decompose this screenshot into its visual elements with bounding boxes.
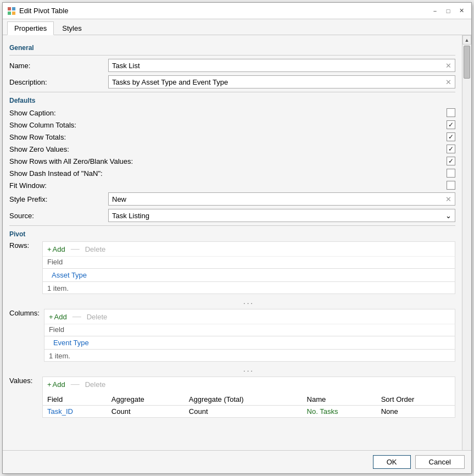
values-row-aggregate-total: Count bbox=[185, 406, 303, 418]
style-prefix-clear-button[interactable]: ✕ bbox=[445, 195, 451, 203]
source-label: Source: bbox=[9, 212, 108, 220]
maximize-button[interactable]: □ bbox=[443, 5, 454, 16]
values-add-label: Add bbox=[53, 380, 65, 389]
name-input-container: ✕ bbox=[108, 59, 455, 72]
style-prefix-input-container: ✕ bbox=[108, 192, 455, 206]
columns-delete-button[interactable]: Delete bbox=[87, 313, 108, 321]
rows-count: 1 item. bbox=[43, 283, 455, 294]
rows-field-item[interactable]: Asset Type bbox=[43, 270, 455, 280]
show-dash-nan-checkbox[interactable] bbox=[447, 169, 455, 178]
source-select-value: Task Listing bbox=[112, 212, 149, 220]
values-toolbar: + Add — Delete bbox=[43, 377, 455, 391]
cancel-button[interactable]: Cancel bbox=[415, 455, 465, 469]
columns-field-item[interactable]: Event Type bbox=[44, 337, 455, 348]
style-prefix-input[interactable] bbox=[112, 195, 445, 203]
defaults-header: Defaults bbox=[9, 97, 455, 104]
rows-panel: + Add — Delete Field Asset Type 1 item. bbox=[42, 241, 455, 294]
name-label: Name: bbox=[9, 62, 108, 70]
values-col-aggregate: Aggregate bbox=[107, 394, 185, 406]
columns-add-button[interactable]: + Add bbox=[49, 313, 67, 321]
tab-properties[interactable]: Properties bbox=[7, 21, 54, 35]
rows-field-header: Field bbox=[43, 256, 455, 267]
columns-panel: + Add — Delete Field Event Type 1 item. bbox=[44, 309, 455, 362]
show-rows-zero-blank-checkbox[interactable] bbox=[447, 157, 455, 165]
show-dash-nan-label: Show Dash Instead of "NaN": bbox=[9, 169, 103, 178]
columns-delete-label: Delete bbox=[87, 313, 108, 321]
svg-rect-1 bbox=[12, 7, 15, 10]
source-row: Source: Task Listing ⌄ bbox=[9, 209, 455, 222]
checkbox-show-rows-zero-blank: Show Rows with All Zero/Blank Values: bbox=[9, 156, 455, 166]
rows-add-button[interactable]: + Add bbox=[47, 245, 65, 253]
show-zero-values-label: Show Zero Values: bbox=[9, 145, 69, 153]
values-col-name: Name bbox=[303, 394, 377, 406]
pivot-header: Pivot bbox=[9, 230, 455, 238]
checkbox-show-zero-values: Show Zero Values: bbox=[9, 144, 455, 154]
app-icon bbox=[7, 7, 16, 15]
values-row-sort-order: None bbox=[377, 406, 455, 418]
name-clear-button[interactable]: ✕ bbox=[445, 62, 451, 70]
values-add-icon: + bbox=[47, 380, 52, 389]
window-controls: − □ ✕ bbox=[430, 5, 467, 16]
name-row: Name: ✕ bbox=[9, 59, 455, 72]
rows-toolbar: + Add — Delete bbox=[43, 242, 455, 256]
values-row-field: Task_ID bbox=[43, 406, 107, 418]
fit-window-label: Fit Window: bbox=[9, 181, 47, 190]
show-row-totals-checkbox[interactable] bbox=[447, 132, 455, 141]
svg-rect-3 bbox=[12, 12, 15, 15]
values-table: Field Aggregate Aggregate (Total) Name S… bbox=[43, 394, 455, 417]
description-clear-button[interactable]: ✕ bbox=[445, 78, 451, 86]
columns-count: 1 item. bbox=[44, 351, 455, 361]
main-content: General Name: ✕ Description: ✕ De bbox=[3, 35, 462, 450]
bottom-area: OK Cancel bbox=[3, 450, 471, 473]
columns-field-header: Field bbox=[44, 324, 455, 335]
columns-add-icon: + bbox=[49, 313, 53, 321]
show-caption-checkbox[interactable] bbox=[447, 108, 455, 117]
show-caption-label: Show Caption: bbox=[9, 109, 56, 117]
show-row-totals-label: Show Row Totals: bbox=[9, 133, 66, 141]
style-prefix-label: Style Prefix: bbox=[9, 195, 108, 203]
checkbox-show-row-totals: Show Row Totals: bbox=[9, 132, 455, 142]
rows-toolbar-separator: — bbox=[71, 244, 80, 254]
style-prefix-row: Style Prefix: ✕ bbox=[9, 192, 455, 206]
table-row[interactable]: Task_ID Count Count No. Tasks None bbox=[43, 406, 455, 418]
minimize-button[interactable]: − bbox=[430, 5, 440, 16]
name-input[interactable] bbox=[112, 62, 445, 70]
ok-button[interactable]: OK bbox=[373, 455, 411, 469]
show-column-totals-checkbox[interactable] bbox=[447, 120, 455, 129]
description-row: Description: ✕ bbox=[9, 75, 455, 88]
values-section: Values: + Add — Delete bbox=[9, 377, 455, 418]
columns-toolbar: + Add — Delete bbox=[44, 309, 455, 324]
values-toolbar-separator: — bbox=[71, 379, 80, 389]
checkbox-show-column-totals: Show Column Totals: bbox=[9, 120, 455, 130]
columns-label: Columns: bbox=[9, 309, 44, 317]
rows-delete-button[interactable]: Delete bbox=[85, 245, 106, 253]
source-select[interactable]: Task Listing ⌄ bbox=[108, 209, 455, 222]
checkbox-show-caption: Show Caption: bbox=[9, 108, 455, 118]
columns-dots-menu[interactable]: ... bbox=[42, 365, 455, 373]
values-label: Values: bbox=[9, 377, 42, 385]
values-row-aggregate: Count bbox=[107, 406, 185, 418]
checkbox-fit-window: Fit Window: bbox=[9, 180, 455, 190]
rows-delete-label: Delete bbox=[85, 245, 106, 253]
columns-section: Columns: + Add — Delete Field Ev bbox=[9, 309, 455, 362]
values-col-sort-order: Sort Order bbox=[377, 394, 455, 406]
rows-add-label: Add bbox=[53, 245, 65, 253]
values-col-aggregate-total: Aggregate (Total) bbox=[185, 394, 303, 406]
description-input[interactable] bbox=[112, 78, 445, 86]
rows-section: Rows: + Add — Delete Field Asset bbox=[9, 241, 455, 294]
show-zero-values-checkbox[interactable] bbox=[447, 145, 455, 153]
tab-styles[interactable]: Styles bbox=[55, 21, 88, 35]
values-panel: + Add — Delete Field Aggregate bbox=[42, 377, 455, 418]
close-button[interactable]: ✕ bbox=[456, 5, 467, 16]
scrollbar-up-button[interactable]: ▲ bbox=[462, 35, 471, 45]
scrollbar-thumb[interactable] bbox=[464, 46, 470, 79]
title-bar: Edit Pivot Table − □ ✕ bbox=[3, 3, 471, 19]
values-add-button[interactable]: + Add bbox=[47, 380, 65, 389]
values-delete-button[interactable]: Delete bbox=[85, 380, 106, 389]
description-input-container: ✕ bbox=[108, 75, 455, 88]
edit-pivot-table-window: Edit Pivot Table − □ ✕ Properties Styles… bbox=[2, 2, 472, 474]
rows-dots-menu[interactable]: ... bbox=[42, 297, 455, 306]
bottom-spacer bbox=[9, 420, 455, 431]
fit-window-checkbox[interactable] bbox=[447, 181, 455, 190]
description-label: Description: bbox=[9, 78, 108, 86]
